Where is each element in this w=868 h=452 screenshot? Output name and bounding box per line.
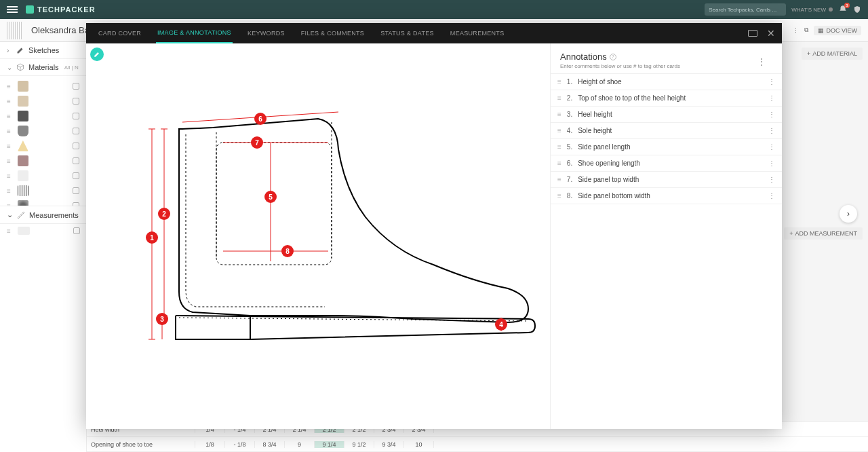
more-icon[interactable]: ⋮: [768, 159, 775, 167]
material-row[interactable]: ≡: [0, 153, 86, 168]
tab-card-cover[interactable]: CARD COVER: [97, 24, 142, 43]
drag-icon[interactable]: ≡: [7, 143, 11, 150]
tab-status-dates[interactable]: STATUS & DATES: [379, 24, 435, 43]
material-row[interactable]: ≡: [0, 79, 86, 94]
swatch[interactable]: [18, 170, 28, 181]
whatsnew-button[interactable]: WHAT'S NEW: [791, 7, 833, 13]
annotation-text: Top of shoe to top of the heel height: [578, 94, 686, 102]
swatch[interactable]: [18, 126, 28, 136]
search-input[interactable]: Search Techpacks, Cards ...: [705, 3, 786, 16]
thumbnail[interactable]: [18, 227, 30, 235]
drag-icon[interactable]: ≡: [7, 187, 11, 195]
checkbox[interactable]: [73, 83, 79, 90]
drag-icon[interactable]: ≡: [557, 192, 561, 200]
drag-icon[interactable]: ≡: [7, 83, 11, 90]
annotation-canvas[interactable]: 1 2 3 4 5 6 7 8: [90, 48, 546, 414]
copy-icon[interactable]: ⧉: [804, 26, 808, 34]
annotations-more-icon[interactable]: ⋮: [757, 57, 766, 67]
tab-measurements[interactable]: MEASUREMENTS: [449, 24, 506, 43]
checkbox[interactable]: [73, 143, 79, 149]
drag-icon[interactable]: ≡: [557, 78, 561, 86]
drag-icon[interactable]: ≡: [7, 113, 11, 120]
modal-tabs: CARD COVER IMAGE & ANNOTATIONS KEYWORDS …: [86, 23, 782, 43]
more-icon[interactable]: ⋮: [768, 111, 775, 118]
annotation-number: 3.: [567, 111, 572, 118]
edit-annotation-button[interactable]: [90, 48, 104, 61]
checkbox[interactable]: [73, 157, 79, 164]
tab-files-comments[interactable]: FILES & COMMENTS: [300, 24, 366, 43]
tab-keywords[interactable]: KEYWORDS: [246, 24, 286, 43]
annotation-item[interactable]: ≡3.Heel height⋮: [551, 106, 782, 122]
fullscreen-icon[interactable]: [748, 30, 757, 37]
annotation-number: 6.: [567, 159, 572, 167]
annotation-number: 7.: [567, 176, 572, 183]
pencil-icon: [94, 51, 100, 58]
more-icon[interactable]: ⋮: [768, 94, 775, 102]
notification-icon[interactable]: 3: [838, 5, 848, 14]
material-row[interactable]: ≡: [0, 138, 86, 153]
checkbox[interactable]: [73, 113, 79, 119]
section-materials[interactable]: ⌄ MaterialsAll | N: [0, 59, 86, 76]
plus-icon: +: [807, 50, 810, 57]
swatch[interactable]: [18, 185, 28, 196]
more-icon[interactable]: ⋮: [793, 27, 799, 34]
drag-icon[interactable]: ≡: [557, 111, 561, 118]
swatch[interactable]: [18, 111, 28, 121]
drag-icon[interactable]: ≡: [7, 98, 11, 105]
add-measurement-button[interactable]: + ADD MEASUREMENT: [784, 227, 863, 240]
annotations-header: Annotations ? Enter comments below or us…: [551, 49, 782, 73]
more-icon[interactable]: ⋮: [768, 127, 775, 134]
checkbox[interactable]: [73, 128, 79, 134]
add-material-button[interactable]: + ADD MATERIAL: [802, 48, 863, 60]
annotation-item[interactable]: ≡6.Shoe opening length⋮: [551, 155, 782, 171]
shield-icon[interactable]: [853, 5, 861, 14]
swatch[interactable]: [18, 96, 28, 107]
checkbox[interactable]: [73, 172, 79, 179]
material-row[interactable]: ≡: [0, 168, 86, 183]
annotation-item[interactable]: ≡2.Top of shoe to top of the heel height…: [551, 90, 782, 106]
more-icon[interactable]: ⋮: [768, 176, 775, 183]
checkbox[interactable]: [73, 98, 79, 105]
drag-icon[interactable]: ≡: [7, 227, 11, 235]
drag-icon[interactable]: ≡: [557, 127, 561, 134]
material-row[interactable]: ≡: [0, 124, 86, 138]
annotation-item[interactable]: ≡4.Sole height⋮: [551, 122, 782, 138]
checkbox[interactable]: [73, 227, 80, 234]
material-row[interactable]: ≡: [0, 109, 86, 124]
material-row[interactable]: ≡: [0, 94, 86, 109]
svg-text:1: 1: [150, 234, 154, 242]
measurement-row[interactable]: ≡: [0, 224, 87, 238]
drag-icon[interactable]: ≡: [557, 143, 561, 151]
document-icon[interactable]: [7, 22, 22, 39]
swatch[interactable]: [18, 140, 28, 151]
drag-icon[interactable]: ≡: [557, 94, 561, 102]
annotation-item[interactable]: ≡1.Height of shoe⋮: [551, 73, 782, 90]
swatch[interactable]: [18, 81, 28, 92]
drag-icon[interactable]: ≡: [7, 172, 11, 180]
section-measurements[interactable]: ⌄ Measurements: [0, 206, 87, 224]
more-icon[interactable]: ⋮: [768, 78, 775, 86]
material-row[interactable]: ≡: [0, 183, 86, 198]
chevron-down-icon: ⌄: [7, 64, 12, 71]
svg-text:8: 8: [285, 248, 290, 255]
tab-image-annotations[interactable]: IMAGE & ANNOTATIONS: [156, 23, 233, 43]
notif-badge: 3: [844, 3, 850, 8]
doc-view-button[interactable]: ▦ DOC VIEW: [814, 26, 861, 35]
menu-icon[interactable]: [7, 5, 18, 14]
help-icon[interactable]: ?: [610, 54, 616, 60]
drag-icon[interactable]: ≡: [557, 159, 561, 167]
swatch[interactable]: [18, 155, 28, 166]
drag-icon[interactable]: ≡: [557, 176, 561, 183]
annotation-item[interactable]: ≡7.Side panel top width⋮: [551, 171, 782, 187]
checkbox[interactable]: [73, 187, 79, 194]
section-sketches[interactable]: › Sketches: [0, 42, 86, 59]
drag-icon[interactable]: ≡: [7, 128, 11, 135]
more-icon[interactable]: ⋮: [768, 192, 775, 200]
close-icon[interactable]: ✕: [767, 28, 775, 39]
annotation-item[interactable]: ≡5.Side panel length⋮: [551, 138, 782, 155]
logo[interactable]: TECHPACKER: [26, 5, 96, 14]
next-arrow-button[interactable]: ›: [840, 205, 857, 223]
annotation-item[interactable]: ≡8.Side panel bottom width⋮: [551, 187, 782, 204]
drag-icon[interactable]: ≡: [7, 157, 11, 165]
more-icon[interactable]: ⋮: [768, 143, 775, 151]
